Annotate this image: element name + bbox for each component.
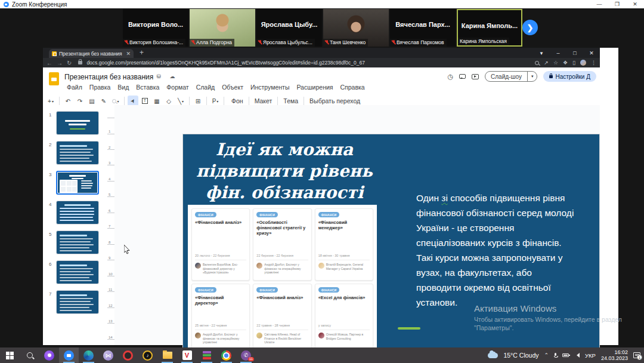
- card-date: у запису: [318, 324, 370, 330]
- zoom-minimize-button[interactable]: —: [590, 0, 608, 8]
- card-title: «Особливості фінансової стратегії у криз…: [256, 220, 308, 236]
- menu-Слайд[interactable]: Слайд: [193, 83, 219, 91]
- browser-minimize-button[interactable]: –: [550, 48, 566, 58]
- zoom-close-button[interactable]: ✕: [626, 0, 644, 8]
- browser-tab[interactable]: Презентация без названия - Go ✕: [49, 49, 134, 58]
- paint-format-icon[interactable]: ✎: [98, 96, 109, 106]
- slideshow-caret-icon[interactable]: ▾: [527, 72, 537, 81]
- reload-icon[interactable]: ↻: [67, 60, 72, 66]
- comments-icon[interactable]: [459, 74, 466, 79]
- slide-thumbnail-1[interactable]: 1: [48, 111, 105, 141]
- thumb-text-line: [60, 247, 89, 248]
- participant-tile[interactable]: Карина Ямполь...Карина Ямпольская: [457, 9, 522, 47]
- taskbar-zoom[interactable]: [59, 347, 79, 363]
- thumb-text-line: [60, 214, 94, 215]
- browser-menu-icon[interactable]: ⋮: [591, 60, 596, 66]
- weather-cloud-icon[interactable]: [488, 353, 498, 358]
- redo-icon[interactable]: ↷: [75, 96, 85, 106]
- zoom-page-icon[interactable]: [535, 61, 539, 65]
- participant-tile[interactable]: Таня Шевченко: [323, 9, 389, 47]
- menu-Расширения[interactable]: Расширения: [293, 83, 336, 91]
- notification-center-icon[interactable]: 1: [633, 352, 640, 358]
- document-title[interactable]: Презентация без названия: [64, 73, 153, 81]
- browser-close-button[interactable]: ✕: [583, 48, 600, 58]
- taskbar-opera[interactable]: [118, 347, 138, 363]
- course-card[interactable]: ФІНАНСИ«Фінансовий аналіз»20 лютого - 22…: [191, 208, 250, 281]
- chrome-icon: [221, 350, 231, 361]
- taskbar-v-app[interactable]: V: [177, 347, 197, 363]
- slide-thumbnail-7[interactable]: 7: [48, 290, 105, 320]
- battery-icon[interactable]: [562, 353, 569, 357]
- course-card[interactable]: ФІНАНСИ«Excel для фінансів»у записуОлекс…: [315, 284, 373, 350]
- course-card[interactable]: ФІНАНСИ«Особливості фінансової стратегії…: [253, 208, 311, 281]
- taskbar-search-button[interactable]: [20, 347, 39, 363]
- speaker-icon[interactable]: [574, 353, 580, 358]
- participant-tile[interactable]: Вячеслав Парх...Вячеслав Пархомов: [390, 9, 456, 47]
- tray-mic-icon[interactable]: [554, 353, 557, 358]
- participant-tile[interactable]: Виктория Воло...Виктория Волошина-...: [123, 9, 188, 47]
- slide-thumbnail-6[interactable]: 6: [48, 260, 105, 290]
- menu-Инструменты[interactable]: Инструменты: [247, 83, 293, 91]
- tray-chevron-icon[interactable]: ⌃: [544, 352, 549, 358]
- slides-app-icon[interactable]: [49, 72, 59, 85]
- tab-close-icon[interactable]: ✕: [126, 51, 131, 57]
- taskbar-edge[interactable]: [79, 347, 98, 363]
- menu-Формат[interactable]: Формат: [163, 83, 192, 91]
- taskbar-file-explorer[interactable]: [157, 347, 177, 363]
- extensions-icon[interactable]: ❖: [563, 60, 568, 66]
- slide-thumbnail-4[interactable]: 4: [48, 201, 105, 230]
- clock[interactable]: 16:02 24.03.2023: [601, 349, 628, 361]
- taskbar-media-player[interactable]: ⋈: [98, 347, 118, 363]
- taskbar-winrar[interactable]: [197, 347, 216, 363]
- taskbar-aimp[interactable]: ♪: [138, 347, 157, 363]
- language-indicator[interactable]: УКР: [585, 352, 596, 359]
- sidebar-icon[interactable]: ▯: [572, 60, 575, 66]
- taskbar-yandex-alice[interactable]: [39, 347, 59, 363]
- print-icon[interactable]: ▤: [86, 96, 97, 106]
- participant-tile[interactable]: Ярослава Цыбу...Ярослава Цыбульс...: [256, 9, 322, 47]
- course-card[interactable]: ФІНАНСИ«Фінансовий аналіз»22 травня - 28…: [253, 284, 311, 350]
- taskbar-viber[interactable]: ✆11: [236, 347, 256, 363]
- doc-title-icons[interactable]: ☆ ⛁ ☁: [143, 73, 179, 79]
- new-slide-button[interactable]: +▾: [45, 96, 56, 106]
- menu-Вставка[interactable]: Вставка: [132, 83, 163, 91]
- ruler-tick: 9: [109, 256, 110, 260]
- menu-Файл[interactable]: Файл: [63, 83, 86, 91]
- browser-maximize-button[interactable]: □: [566, 48, 583, 58]
- slide-thumbnail-2[interactable]: 2: [48, 141, 105, 171]
- glyph: ➤: [129, 97, 137, 104]
- bookmark-star-icon[interactable]: ☆: [553, 60, 558, 66]
- slide-thumbnail-5[interactable]: 5: [48, 230, 105, 260]
- share-icon[interactable]: ↗: [544, 60, 549, 66]
- new-tab-button[interactable]: +: [140, 48, 144, 58]
- participant-tile[interactable]: Алла Подгорна: [190, 9, 255, 47]
- toolbar-button-Тема[interactable]: Тема: [279, 97, 302, 104]
- menu-Справка[interactable]: Справка: [337, 83, 369, 91]
- toolbar-button-Макет[interactable]: Макет: [250, 97, 277, 104]
- toolbar-button-Фон[interactable]: Фон: [227, 97, 247, 104]
- menu-Вид[interactable]: Вид: [114, 83, 132, 91]
- version-history-icon[interactable]: ◷: [447, 73, 453, 81]
- forward-icon[interactable]: →: [57, 60, 63, 66]
- next-participants-button[interactable]: ❯: [522, 20, 538, 35]
- slide-thumbnail-3[interactable]: 3: [48, 171, 105, 201]
- course-card[interactable]: ФІНАНСИ«Фінансовий менеджер»18 квітня - …: [315, 208, 373, 281]
- browser-chevron-icon[interactable]: ▾: [533, 48, 550, 58]
- taskbar-chrome[interactable]: [216, 347, 236, 363]
- menu-Правка[interactable]: Правка: [86, 83, 114, 91]
- share-settings-button[interactable]: Настройки Д: [543, 71, 596, 82]
- taskbar-start-button[interactable]: [0, 347, 20, 363]
- slide-number: 3: [49, 172, 51, 177]
- toolbar-button-Выбрать переход[interactable]: Выбрать переход: [305, 97, 364, 104]
- participant-label: Ярослава Цыбульс...: [256, 39, 315, 47]
- course-card[interactable]: ФІНАНСИ«Фінансовий директор»25 квітня - …: [191, 284, 250, 350]
- zoom-maximize-button[interactable]: ❐: [608, 0, 626, 8]
- slideshow-button[interactable]: Слайд-шоу ▾: [485, 71, 537, 82]
- menu-Объект[interactable]: Объект: [218, 83, 247, 91]
- undo-icon[interactable]: ↶: [63, 96, 73, 106]
- profile-avatar[interactable]: [580, 60, 586, 66]
- back-icon[interactable]: ←: [47, 60, 52, 66]
- present-icon[interactable]: [472, 74, 479, 79]
- address-input[interactable]: docs.google.com/presentation/d/1loges5On…: [86, 60, 531, 66]
- weather-text[interactable]: 15°C Cloudy: [503, 352, 538, 359]
